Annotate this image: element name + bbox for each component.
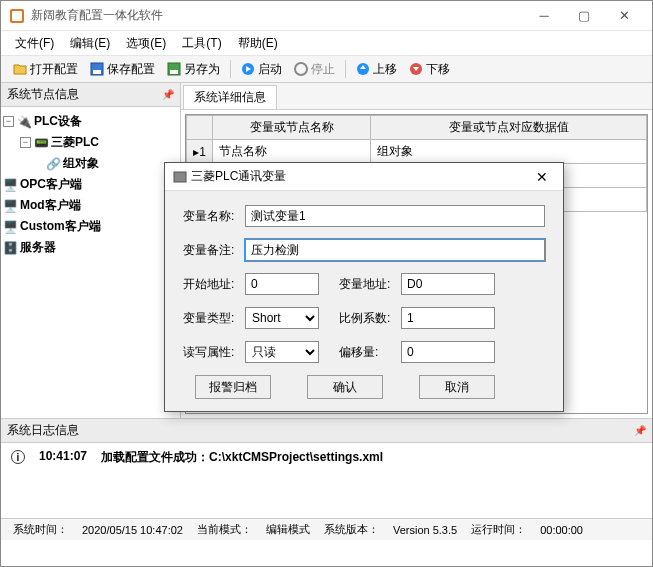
tree-label: PLC设备 [34,113,82,130]
grid-header-row: 变量或节点名称 变量或节点对应数据值 [187,116,647,140]
tab-bar: 系统详细信息 [181,83,652,110]
move-up-label: 上移 [373,61,397,78]
folder-open-icon [13,62,27,76]
ratio-input[interactable] [401,307,495,329]
toolbar-separator [230,60,231,78]
dialog-icon [173,170,187,184]
pin-icon[interactable]: 📌 [634,425,646,436]
grid-corner [187,116,213,140]
save-icon [90,62,104,76]
svg-rect-5 [170,70,178,74]
menu-help[interactable]: 帮助(E) [230,32,286,55]
offset-label: 偏移量: [339,344,401,361]
var-name-label: 变量名称: [183,208,245,225]
client-icon: 🖥️ [3,199,17,213]
tree-node-server[interactable]: 🗄️ 服务器 [3,237,178,258]
menu-file[interactable]: 文件(F) [7,32,62,55]
var-remark-input[interactable] [245,239,545,261]
client-icon: 🖥️ [3,178,17,192]
tree-label: 三菱PLC [51,134,99,151]
arrow-up-icon [356,62,370,76]
dialog-titlebar[interactable]: 三菱PLC通讯变量 ✕ [165,163,563,191]
move-down-button[interactable]: 下移 [403,59,456,80]
maximize-button[interactable]: ▢ [564,2,604,30]
server-icon: 🗄️ [3,241,17,255]
tree-node-mitsubishi[interactable]: − 📟 三菱PLC [3,132,178,153]
col-value-header: 变量或节点对应数据值 [371,116,647,140]
tree-label: Mod客户端 [20,197,81,214]
col-name-header: 变量或节点名称 [213,116,371,140]
log-panel-header: 系统日志信息 📌 [1,419,652,443]
play-icon [241,62,255,76]
ratio-label: 比例系数: [339,310,401,327]
var-type-select[interactable]: Short [245,307,319,329]
info-icon: i [11,450,25,464]
tree-node-mod-client[interactable]: 🖥️ Mod客户端 [3,195,178,216]
client-icon: 🖥️ [3,220,17,234]
log-panel: 系统日志信息 📌 i 10:41:07 加载配置文件成功：C:\xktCMSPr… [1,418,652,518]
start-button[interactable]: 启动 [235,59,288,80]
status-mode: 编辑模式 [262,522,314,537]
open-config-button[interactable]: 打开配置 [7,59,84,80]
svg-rect-10 [174,172,186,182]
start-addr-label: 开始地址: [183,276,245,293]
pin-icon[interactable]: 📌 [162,89,174,100]
start-label: 启动 [258,61,282,78]
offset-input[interactable] [401,341,495,363]
cell-value: 组对象 [371,140,647,164]
status-version: Version 5.3.5 [389,524,461,536]
cancel-button[interactable]: 取消 [419,375,495,399]
tree-label: 组对象 [63,155,99,172]
left-panel: 系统节点信息 📌 − 🔌 PLC设备 − 📟 三菱PLC 🔗 组对象 🖥️ [1,83,181,418]
var-addr-input[interactable] [401,273,495,295]
table-row[interactable]: ▸1 节点名称 组对象 [187,140,647,164]
arrow-down-icon [409,62,423,76]
menu-option[interactable]: 选项(E) [118,32,174,55]
device-icon: 🔌 [17,115,31,129]
tree-node-custom-client[interactable]: 🖥️ Custom客户端 [3,216,178,237]
minimize-button[interactable]: ─ [524,2,564,30]
tree-node-group-object[interactable]: 🔗 组对象 [3,153,178,174]
archive-button[interactable]: 报警归档 [195,375,271,399]
ok-button[interactable]: 确认 [307,375,383,399]
menu-tool[interactable]: 工具(T) [174,32,229,55]
collapse-icon[interactable]: − [20,137,31,148]
dialog-body: 变量名称: 变量备注: 开始地址: 变量地址: 变量类型: Short 比例系数… [165,191,563,411]
status-runtime-label: 运行时间： [467,522,530,537]
start-addr-input[interactable] [245,273,319,295]
plc-icon: 📟 [34,136,48,150]
link-icon: 🔗 [46,157,60,171]
tree-label: 服务器 [20,239,56,256]
save-as-icon [167,62,181,76]
dialog-close-button[interactable]: ✕ [529,166,555,188]
status-systime: 2020/05/15 10:47:02 [78,524,187,536]
collapse-icon[interactable]: − [3,116,14,127]
move-down-label: 下移 [426,61,450,78]
var-name-input[interactable] [245,205,545,227]
status-systime-label: 系统时间： [9,522,72,537]
tree-node-plc-devices[interactable]: − 🔌 PLC设备 [3,111,178,132]
row-marker: ▸1 [187,140,213,164]
var-addr-label: 变量地址: [339,276,401,293]
plc-variable-dialog: 三菱PLC通讯变量 ✕ 变量名称: 变量备注: 开始地址: 变量地址: 变量类型… [164,162,564,412]
save-as-button[interactable]: 另存为 [161,59,226,80]
toolbar-separator [345,60,346,78]
tree-node-opc-client[interactable]: 🖥️ OPC客户端 [3,174,178,195]
status-bar: 系统时间： 2020/05/15 10:47:02 当前模式： 编辑模式 系统版… [1,518,652,540]
tree-label: Custom客户端 [20,218,101,235]
log-body: i 10:41:07 加载配置文件成功：C:\xktCMSProject\set… [1,443,652,518]
rw-select[interactable]: 只读 [245,341,319,363]
left-panel-header: 系统节点信息 📌 [1,83,180,107]
stop-button[interactable]: 停止 [288,59,341,80]
move-up-button[interactable]: 上移 [350,59,403,80]
close-button[interactable]: ✕ [604,2,644,30]
log-panel-title: 系统日志信息 [7,422,79,439]
device-tree[interactable]: − 🔌 PLC设备 − 📟 三菱PLC 🔗 组对象 🖥️ OPC客户端 🖥️ [1,107,180,418]
dialog-title: 三菱PLC通讯变量 [191,168,286,185]
tab-detail[interactable]: 系统详细信息 [183,85,277,109]
svg-rect-3 [93,70,101,74]
save-config-button[interactable]: 保存配置 [84,59,161,80]
tree-label: OPC客户端 [20,176,82,193]
status-version-label: 系统版本： [320,522,383,537]
menu-edit[interactable]: 编辑(E) [62,32,118,55]
